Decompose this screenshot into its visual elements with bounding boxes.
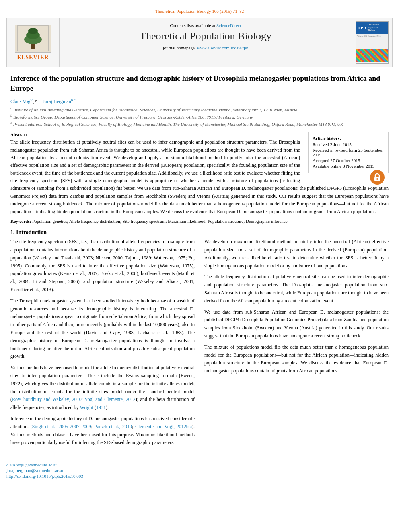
article-info-box: Article history: Received 2 June 2015 Re…	[308, 132, 389, 173]
svg-point-7	[376, 178, 378, 180]
second-email[interactable]: juraj.bergman@vetmeduni.ac.at	[6, 468, 393, 473]
article-title-section: Inference of the population structure an…	[10, 74, 389, 126]
author-bergman[interactable]: Juraj Bergman	[43, 99, 71, 104]
author-line: Claus Vogla,* Juraj Bergmanb,c	[10, 98, 389, 105]
available-date: Available online 3 November 2015	[313, 164, 384, 168]
ref-vogl-clemente[interactable]: Vogl and Clemente, 2012	[84, 396, 135, 402]
journal-name-section: Contents lists available at ScienceDirec…	[59, 18, 352, 67]
body-text-8: The mixture of populations model fits th…	[204, 343, 389, 375]
homepage-line: journal homepage: www.elsevier.com/locat…	[68, 45, 343, 50]
two-col-layout: The site frequency spectrum (SFS), i.e.,…	[10, 238, 389, 450]
ref-wright-1931[interactable]: 1931	[96, 405, 106, 410]
contents-available-line: Contents lists available at ScienceDirec…	[68, 23, 343, 28]
affiliation-b: b Bioinformatics Group, Department of Co…	[10, 113, 389, 119]
body-text-7: We use data from sub-Saharan African and…	[204, 308, 389, 340]
body-text-6: The allele frequency distribution at put…	[204, 273, 389, 305]
sciencedirect-link[interactable]: ScienceDirect	[216, 23, 241, 28]
author-separator: ,*	[33, 99, 42, 104]
svg-rect-1	[31, 43, 35, 49]
homepage-label: journal homepage:	[163, 45, 196, 50]
affiliation-c: c Present address: School of Biological …	[10, 121, 389, 127]
body-text-4: Inference of the demographic history of …	[10, 415, 195, 447]
article-history-label: Article history:	[313, 136, 384, 140]
col-left: The site frequency spectrum (SFS), i.e.,…	[10, 238, 195, 450]
keywords-line: Keywords: Population genetics; Allele fr…	[10, 219, 389, 224]
footer-area: claus.vogl@vetmeduni.ac.at juraj.bergman…	[6, 458, 393, 479]
section1-heading: 1. Introduction	[10, 229, 389, 236]
doi-link[interactable]: http://dx.doi.org/10.1016/j.tpb.2015.10.…	[6, 474, 393, 479]
body-text-3: Various methods have been used to model …	[10, 364, 195, 412]
homepage-link[interactable]: www.elsevier.com/locate/tpb	[197, 45, 249, 50]
journal-name-large: Theoretical Population Biology	[68, 30, 343, 42]
ref-years-list[interactable]: 2005 2007 2009	[58, 424, 91, 429]
body-text-2: The Drosophila melanogaster system has b…	[10, 297, 195, 361]
keywords-text: Population genetics; Allele frequency di…	[32, 219, 287, 224]
elsevier-logo-box: ELSEVIER	[7, 18, 59, 67]
ref-roychoudhury[interactable]: RoyChoudhury and Wakeley,	[12, 396, 70, 402]
elsevier-label: ELSEVIER	[17, 54, 49, 61]
content-area: Inference of the population structure an…	[6, 74, 393, 450]
ref-clemente-vogl[interactable]: Clemente and Vogl, 2012b,a	[135, 424, 192, 429]
body-text-1: The site frequency spectrum (SFS), i.e.,…	[10, 238, 195, 294]
ref-singh[interactable]: Singh et al.,	[32, 424, 57, 429]
received-revised-date: Received in revised form 23 September 20…	[313, 148, 384, 157]
accepted-date: Accepted 27 October 2015	[313, 158, 384, 163]
col-right: We develop a maximum likelihood method t…	[204, 238, 389, 450]
received-date: Received 2 June 2015	[313, 142, 384, 147]
lock-icon	[370, 170, 385, 185]
author-bc-superscript: b,c	[71, 98, 76, 102]
tpb-cover-box: TPB TheoreticalPopulationBiology Volume …	[352, 18, 392, 67]
elsevier-tree-image	[15, 25, 51, 53]
author-vogl[interactable]: Claus Vogl	[10, 99, 32, 104]
journal-header: ELSEVIER Contents lists available at Sci…	[6, 18, 393, 67]
affiliation-a: a Institute of Animal Breeding and Genet…	[10, 106, 389, 112]
ref-2010[interactable]: 2010	[72, 396, 82, 402]
svg-point-4	[28, 28, 38, 34]
journal-citation-link[interactable]: Theoretical Population Biology 106 (2015…	[155, 9, 244, 14]
tpb-cover-image: TPB TheoreticalPopulationBiology Volume …	[356, 21, 389, 64]
lock-icon-wrap	[370, 170, 385, 185]
ref-parsch[interactable]: Parsch et al., 2010	[95, 424, 132, 429]
article-title: Inference of the population structure an…	[10, 74, 389, 94]
contents-label: Contents lists available at	[170, 23, 215, 28]
body-text-5: We develop a maximum likelihood method t…	[204, 238, 389, 270]
keywords-label: Keywords:	[10, 219, 31, 224]
journal-citation-bar: Theoretical Population Biology 106 (2015…	[6, 8, 393, 14]
corresponding-email[interactable]: claus.vogl@vetmeduni.ac.at	[6, 462, 393, 467]
ref-wright[interactable]: Wright	[80, 405, 93, 410]
